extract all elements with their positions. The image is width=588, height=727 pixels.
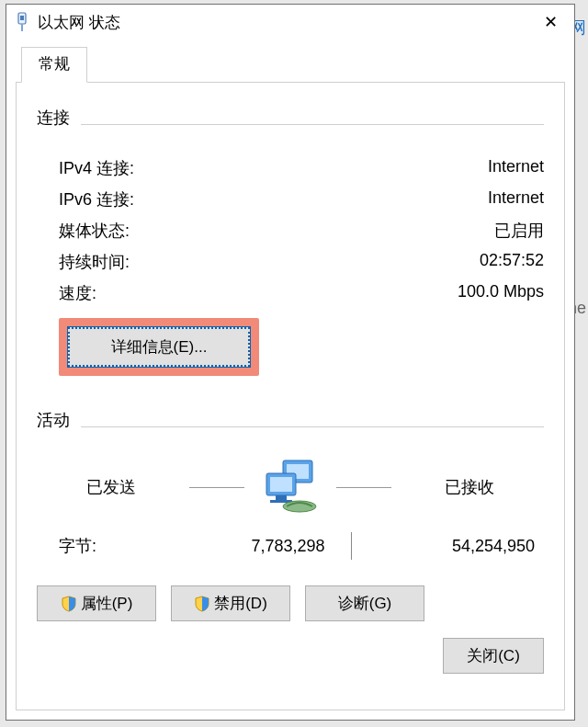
tab-general[interactable]: 常规 xyxy=(21,47,87,83)
details-button-label: 详细信息(E)... xyxy=(111,338,208,356)
shield-icon xyxy=(61,596,77,612)
shield-icon xyxy=(194,596,210,612)
media-value: 已启用 xyxy=(494,220,544,242)
svg-rect-7 xyxy=(276,495,287,500)
ipv6-value: Internet xyxy=(488,188,544,210)
bytes-sent-value: 7,783,298 xyxy=(141,537,351,556)
duration-value: 02:57:52 xyxy=(480,251,544,273)
ipv6-row: IPv6 连接: Internet xyxy=(59,188,544,210)
duration-row: 持续时间: 02:57:52 xyxy=(59,251,544,273)
ipv4-value: Internet xyxy=(488,157,544,179)
sent-label: 已发送 xyxy=(42,476,180,498)
activity-section-title: 活动 xyxy=(37,409,70,431)
divider xyxy=(336,487,391,488)
close-button[interactable]: ✕ xyxy=(530,8,571,36)
details-highlight: 详细信息(E)... xyxy=(59,318,259,376)
divider xyxy=(81,124,544,125)
ipv4-label: IPv4 连接: xyxy=(59,157,134,179)
speed-label: 速度: xyxy=(59,282,96,304)
bytes-label: 字节: xyxy=(59,535,141,557)
network-activity-icon xyxy=(254,455,327,519)
speed-row: 速度: 100.0 Mbps xyxy=(59,282,544,304)
tabpage-general: 连接 IPv4 连接: Internet IPv6 连接: Internet 媒… xyxy=(16,82,565,710)
activity-indicator-row: 已发送 xyxy=(37,455,544,519)
bytes-received-value: 54,254,950 xyxy=(352,537,545,556)
ipv6-label: IPv6 连接: xyxy=(59,188,134,210)
media-label: 媒体状态: xyxy=(59,220,130,242)
connection-section-header: 连接 xyxy=(37,107,544,142)
divider xyxy=(189,487,244,488)
activity-section-header: 活动 xyxy=(37,409,544,444)
activity-section: 活动 已发送 xyxy=(37,402,544,560)
close-icon: ✕ xyxy=(544,12,558,32)
close-dialog-button[interactable]: 关闭(C) xyxy=(443,638,544,674)
action-button-row: 属性(P) 禁用(D) 诊断(G) xyxy=(37,585,544,621)
network-adapter-icon xyxy=(14,12,30,32)
received-label: 已接收 xyxy=(401,476,538,498)
client-area: 常规 连接 IPv4 连接: Internet IPv6 连接: Interne… xyxy=(6,40,574,720)
titlebar: 以太网 状态 ✕ xyxy=(6,5,574,40)
tabstrip: 常规 xyxy=(16,47,565,83)
duration-label: 持续时间: xyxy=(59,251,130,273)
media-row: 媒体状态: 已启用 xyxy=(59,220,544,242)
svg-rect-6 xyxy=(270,477,292,492)
disable-button-label: 禁用(D) xyxy=(214,593,267,614)
connection-section-title: 连接 xyxy=(37,107,70,129)
divider xyxy=(81,426,544,427)
svg-rect-1 xyxy=(20,16,24,20)
close-dialog-button-label: 关闭(C) xyxy=(467,645,520,666)
bytes-row: 字节: 7,783,298 54,254,950 xyxy=(37,532,544,560)
details-button[interactable]: 详细信息(E)... xyxy=(68,327,250,367)
disable-button[interactable]: 禁用(D) xyxy=(171,585,290,621)
window-title: 以太网 状态 xyxy=(38,12,120,33)
diagnose-button-label: 诊断(G) xyxy=(338,593,392,614)
footer-row: 关闭(C) xyxy=(37,621,544,674)
diagnose-button[interactable]: 诊断(G) xyxy=(305,585,424,621)
tab-general-label: 常规 xyxy=(39,55,70,73)
properties-button[interactable]: 属性(P) xyxy=(37,585,156,621)
properties-button-label: 属性(P) xyxy=(81,593,133,614)
ethernet-status-dialog: 以太网 状态 ✕ 常规 连接 IPv4 连接: Internet IPv6 连接… xyxy=(6,4,575,721)
speed-value: 100.0 Mbps xyxy=(458,282,544,304)
ipv4-row: IPv4 连接: Internet xyxy=(59,157,544,179)
